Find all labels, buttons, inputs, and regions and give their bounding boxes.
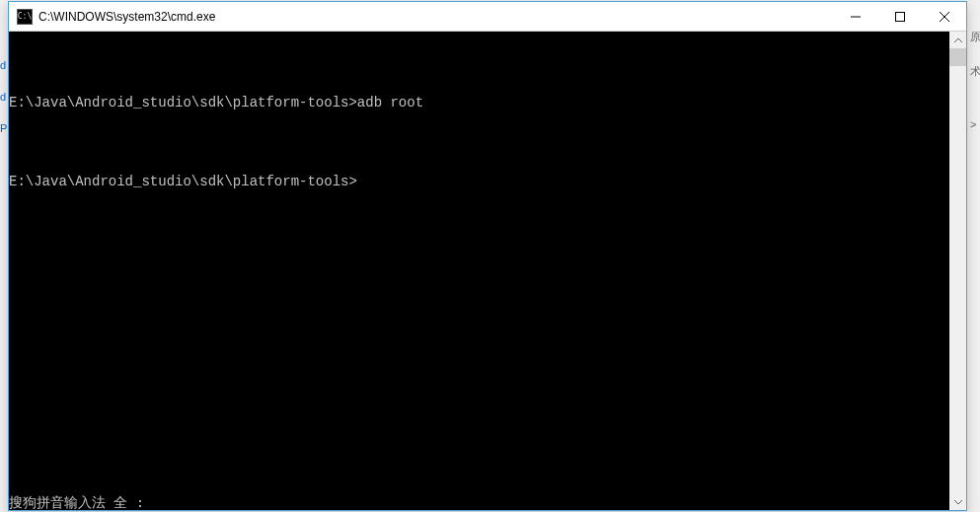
terminal-line: E:\Java\Android_studio\sdk\platform-tool… (9, 95, 949, 110)
bg-char: 术 (970, 64, 980, 79)
chevron-up-icon (954, 37, 962, 44)
minimize-button[interactable] (833, 2, 877, 31)
bg-char: 原 (970, 30, 980, 44)
svg-rect-1 (895, 12, 904, 21)
close-button[interactable] (922, 2, 966, 31)
scrollbar-thumb[interactable] (949, 48, 966, 66)
vertical-scrollbar[interactable] (949, 32, 966, 510)
ime-status: 搜狗拼音输入法 全 : (9, 494, 144, 510)
terminal-line: E:\Java\Android_studio\sdk\platform-tool… (9, 174, 949, 189)
terminal-content: E:\Java\Android_studio\sdk\platform-tool… (9, 63, 949, 221)
maximize-button[interactable] (877, 2, 922, 31)
close-icon (940, 12, 949, 22)
prompt: E:\Java\Android_studio\sdk\platform-tool… (9, 95, 357, 110)
command: adb root (357, 95, 423, 110)
bg-right-strip: 原 术 > (970, 20, 980, 503)
window-title: C:\WINDOWS\system32\cmd.exe (38, 10, 833, 24)
titlebar[interactable]: C:\ C:\WINDOWS\system32\cmd.exe (9, 2, 966, 32)
terminal[interactable]: E:\Java\Android_studio\sdk\platform-tool… (9, 32, 949, 510)
scroll-up-button[interactable] (949, 32, 966, 48)
scrollbar-track[interactable] (949, 48, 966, 493)
client-area: E:\Java\Android_studio\sdk\platform-tool… (9, 32, 966, 510)
cmd-icon: C:\ (17, 9, 33, 25)
bg-char: > (970, 118, 980, 130)
window-controls (833, 2, 966, 31)
cmd-icon-text: C:\ (18, 12, 32, 21)
scroll-down-button[interactable] (949, 493, 966, 510)
cmd-window: C:\ C:\WINDOWS\system32\cmd.exe E:\Java\… (8, 1, 967, 511)
chevron-down-icon (954, 498, 962, 506)
prompt: E:\Java\Android_studio\sdk\platform-tool… (9, 174, 357, 189)
minimize-icon (851, 12, 861, 22)
maximize-icon (895, 12, 905, 22)
